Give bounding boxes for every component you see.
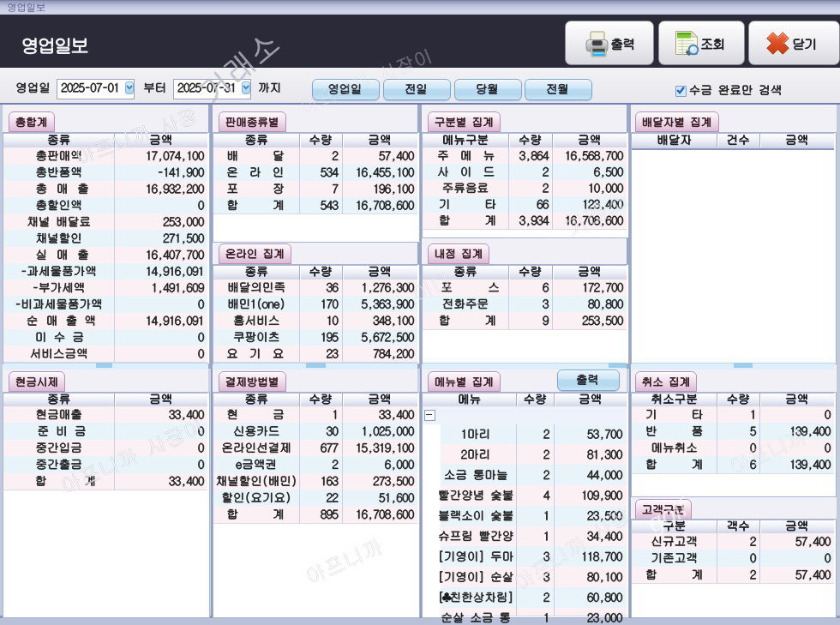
svg-text:golf: golf: [642, 492, 694, 538]
